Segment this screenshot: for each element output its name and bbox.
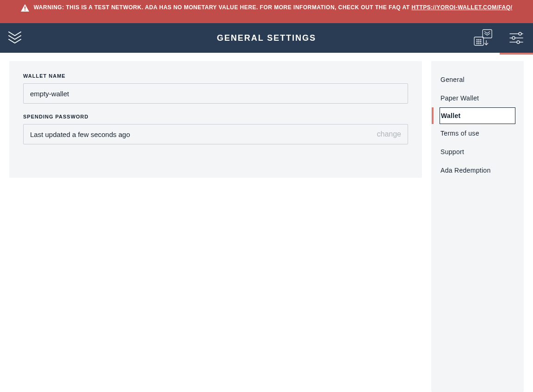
sidebar-item-label: Wallet	[441, 112, 461, 119]
app-header: GENERAL SETTINGS	[0, 23, 533, 53]
sidebar-item-general[interactable]: General	[431, 70, 524, 89]
svg-point-7	[477, 41, 477, 42]
spending-password-field-group: SPENDING PASSWORD Last updated a few sec…	[23, 114, 408, 144]
spending-password-row: Last updated a few seconds ago change	[23, 124, 408, 144]
wallet-name-label: WALLET NAME	[23, 73, 408, 79]
change-password-link[interactable]: change	[377, 130, 402, 138]
sidebar-item-label: Ada Redemption	[440, 167, 491, 174]
svg-point-16	[512, 37, 515, 39]
warning-message: WARNING: THIS IS A TEST NETWORK. ADA HAS…	[34, 4, 412, 11]
svg-rect-1	[25, 10, 25, 11]
wallet-name-field-group: WALLET NAME	[23, 73, 408, 104]
wallet-settings-panel: WALLET NAME SPENDING PASSWORD Last updat…	[9, 61, 422, 178]
header-actions	[466, 23, 533, 53]
svg-point-8	[478, 41, 479, 42]
sidebar-item-support[interactable]: Support	[431, 143, 524, 161]
svg-point-10	[477, 43, 477, 44]
svg-point-4	[477, 39, 477, 40]
svg-point-11	[478, 43, 479, 44]
settings-button[interactable]	[500, 23, 533, 53]
svg-point-18	[517, 41, 520, 44]
daedalus-transfer-button[interactable]	[466, 23, 500, 53]
sidebar-item-ada-redemption[interactable]: Ada Redemption	[431, 161, 524, 180]
warning-icon	[21, 4, 29, 12]
warning-text: WARNING: THIS IS A TEST NETWORK. ADA HAS…	[34, 4, 513, 12]
page-title: GENERAL SETTINGS	[0, 33, 533, 43]
sidebar-item-wallet[interactable]: Wallet	[440, 107, 515, 124]
svg-point-9	[480, 41, 481, 42]
sidebar-item-terms-of-use[interactable]: Terms of use	[431, 124, 524, 143]
svg-rect-2	[483, 30, 492, 38]
spending-password-status: Last updated a few seconds ago	[30, 131, 130, 138]
main-content: WALLET NAME SPENDING PASSWORD Last updat…	[0, 53, 533, 392]
warning-faq-link[interactable]: HTTPS://YOROI-WALLET.COM/FAQ/	[412, 4, 513, 11]
sidebar-item-label: Support	[440, 148, 464, 156]
wallet-name-input[interactable]	[23, 83, 408, 104]
sidebar-item-label: General	[440, 76, 465, 83]
spending-password-label: SPENDING PASSWORD	[23, 114, 408, 119]
app-logo[interactable]	[0, 30, 30, 46]
svg-point-6	[480, 39, 481, 40]
settings-sidebar: General Paper Wallet Wallet Terms of use…	[431, 61, 524, 392]
sidebar-item-label: Terms of use	[440, 130, 479, 137]
test-network-warning-banner: WARNING: THIS IS A TEST NETWORK. ADA HAS…	[0, 0, 533, 23]
svg-point-12	[480, 43, 481, 44]
sidebar-item-label: Paper Wallet	[440, 94, 479, 102]
sidebar-item-paper-wallet[interactable]: Paper Wallet	[431, 89, 524, 107]
svg-point-14	[519, 32, 521, 35]
svg-point-5	[478, 39, 479, 40]
svg-rect-0	[25, 6, 25, 9]
